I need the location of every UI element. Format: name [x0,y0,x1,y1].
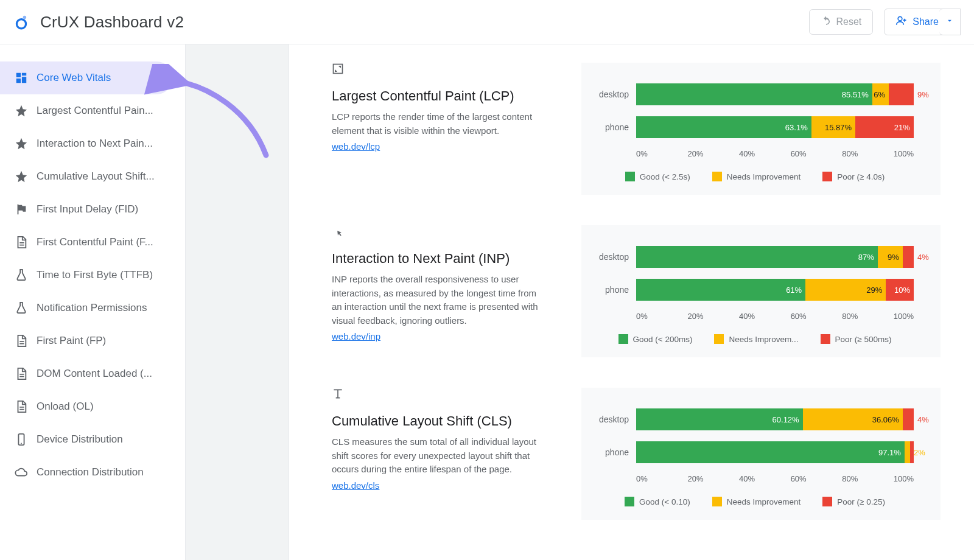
flask-icon [15,301,28,315]
chart-card: desktop 85.51%6%9% phone 63.1%15.87%21% … [581,63,941,195]
sidebar-item-7[interactable]: Notification Permissions [0,292,185,324]
sidebar-item-label: Time to First Byte (TTFB) [37,269,173,281]
doc-icon [15,367,28,380]
metric-description: LCP reports the render time of the large… [332,110,545,138]
svg-point-4 [23,16,26,19]
legend-poor: Poor (≥ 0.25) [822,497,885,506]
flask-icon [15,268,28,282]
chart-x-axis: 0%20%40%60%80%100% [636,149,914,158]
legend-needs-improvement: Needs Improvement [712,497,801,506]
metric-link[interactable]: web.dev/lcp [332,141,380,152]
chart-row: phone 97.1%2% [596,441,914,463]
device-icon [15,433,28,446]
sidebar-item-label: First Contentful Paint (F... [37,236,173,248]
person-add-icon [895,15,908,29]
metric-icon [332,63,545,77]
sidebar-item-4[interactable]: First Input Delay (FID) [0,193,185,226]
chart-segment-good: 60.12% [636,408,803,430]
share-dropdown-button[interactable] [939,9,961,35]
sidebar-item-label: Interaction to Next Pain... [37,138,173,150]
chart-segment-ni: 9% [878,246,903,268]
sidebar-item-label: Onload (OL) [37,401,173,413]
legend-poor: Poor (≥ 500ms) [821,334,892,344]
doc-icon [15,236,28,249]
star-icon [15,137,28,150]
sidebar-item-11[interactable]: Device Distribution [0,423,185,456]
sidebar: Core Web VitalsLargest Contentful Pain..… [0,44,186,560]
chart-category-label: desktop [596,415,636,424]
metric-description: INP reports the overall responsiveness t… [332,273,545,327]
chart-category-label: desktop [596,89,636,99]
chart-segment-ni: 15.87% [811,116,855,138]
metric-0: Largest Contentful Paint (LCP) LCP repor… [332,63,956,195]
sidebar-item-2[interactable]: Interaction to Next Pain... [0,127,185,160]
legend-good: Good (< 0.10) [625,497,690,506]
chart-category-label: phone [596,447,636,457]
app-logo-icon [13,14,29,30]
reset-button[interactable]: Reset [809,9,874,35]
chart-category-label: phone [596,285,636,295]
chevron-down-icon [945,16,954,27]
chart-category-label: phone [596,122,636,132]
doc-icon [15,400,28,413]
chart-segment-good: 85.51% [636,83,872,105]
chart-card: desktop 87%9%4% phone 61%29%10% 0%20%40%… [581,225,941,357]
metric-link[interactable]: web.dev/inp [332,331,380,341]
sidebar-item-label: First Paint (FP) [37,335,173,347]
sidebar-item-3[interactable]: Cumulative Layout Shift... [0,160,185,193]
sidebar-item-6[interactable]: Time to First Byte (TTFB) [0,259,185,292]
chart-x-axis: 0%20%40%60%80%100% [636,474,914,483]
chart-segment-poor: 4% [903,408,914,430]
sidebar-item-label: Core Web Vitals [37,72,161,84]
chart-category-label: desktop [596,252,636,262]
star-icon [15,170,28,183]
sidebar-item-label: Device Distribution [37,433,173,446]
page-title: CrUX Dashboard v2 [40,13,184,32]
flag-icon [15,203,28,216]
chart-segment-ni: 2% [905,441,910,463]
metric-icon [332,388,545,402]
sidebar-item-9[interactable]: DOM Content Loaded (... [0,357,185,390]
chart-segment-ni: 36.06% [803,408,903,430]
legend-needs-improvement: Needs Improvement [712,172,801,181]
chart-segment-poor: 21% [855,116,914,138]
sidebar-item-label: DOM Content Loaded (... [37,368,173,380]
metric-link[interactable]: web.dev/cls [332,480,379,491]
sidebar-item-label: Cumulative Layout Shift... [37,170,173,183]
chart-legend: Good (< 2.5s) Needs Improvement Poor (≥ … [596,172,914,181]
metric-description: CLS measures the sum total of all indivi… [332,435,545,477]
doc-icon [15,334,28,348]
star-icon [15,104,28,117]
chart-row: desktop 87%9%4% [596,246,914,268]
svg-point-3 [16,19,26,29]
chart-segment-ni: 6% [872,83,889,105]
chart-row: desktop 60.12%36.06%4% [596,408,914,430]
sidebar-item-1[interactable]: Largest Contentful Pain... [0,94,185,127]
chart-segment-poor: 9% [889,83,914,105]
legend-needs-improvement: Needs Improvem... [714,334,798,344]
chart-segment-ni: 29% [805,279,886,301]
undo-icon [821,15,832,29]
dashboard-icon [15,71,28,85]
chart-segment-poor: 10% [886,279,914,301]
main-content: Largest Contentful Paint (LCP) LCP repor… [289,44,974,560]
metric-1: Interaction to Next Paint (INP) INP repo… [332,225,956,357]
metric-icon [332,225,545,240]
sidebar-item-5[interactable]: First Contentful Paint (F... [0,226,185,259]
sidebar-item-12[interactable]: Connection Distribution [0,456,185,489]
chart-x-axis: 0%20%40%60%80%100% [636,312,914,321]
metric-title: Largest Contentful Paint (LCP) [332,88,545,104]
metric-2: Cumulative Layout Shift (CLS) CLS measur… [332,388,956,520]
legend-good: Good (< 2.5s) [625,172,690,181]
chart-segment-good: 61% [636,279,805,301]
chart-row: desktop 85.51%6%9% [596,83,914,105]
sidebar-item-10[interactable]: Onload (OL) [0,390,185,423]
chart-row: phone 63.1%15.87%21% [596,116,914,138]
sidebar-item-8[interactable]: First Paint (FP) [0,324,185,357]
chart-segment-poor [910,441,914,463]
header: CrUX Dashboard v2 Reset Share [0,0,974,44]
chart-card: desktop 60.12%36.06%4% phone 97.1%2% 0%2… [581,388,941,520]
sidebar-item-label: Notification Permissions [37,302,173,314]
sidebar-item-0[interactable]: Core Web Vitals [0,61,173,94]
legend-good: Good (< 200ms) [618,334,693,344]
